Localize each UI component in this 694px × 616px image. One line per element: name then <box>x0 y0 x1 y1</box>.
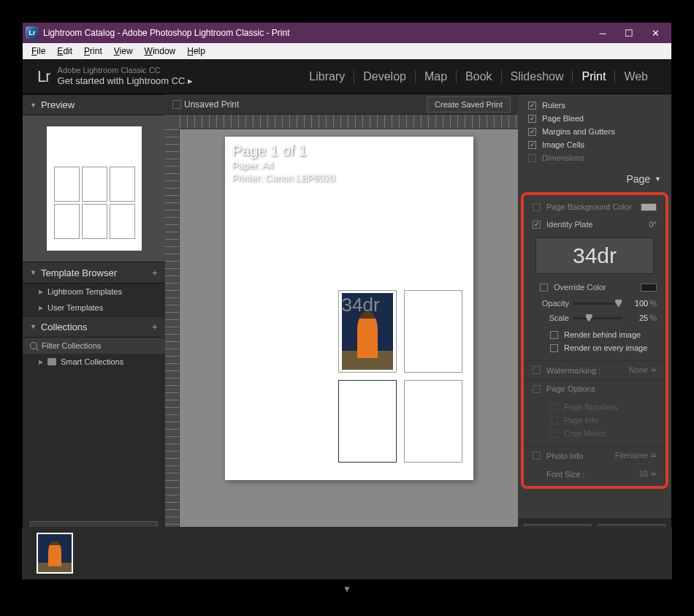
module-web[interactable]: Web <box>615 70 657 83</box>
smart-collections-folder[interactable]: ▶Smart Collections <box>23 354 165 370</box>
guide-dimensions[interactable]: Dimensions <box>528 151 661 164</box>
checkbox-icon <box>528 154 536 162</box>
checkbox-icon <box>550 417 558 425</box>
close-button[interactable]: ✕ <box>642 23 668 42</box>
slider-thumb[interactable] <box>586 314 592 322</box>
menu-file[interactable]: File <box>26 45 51 58</box>
brand-sub[interactable]: Get started with Lightroom CC ▸ <box>58 75 193 87</box>
module-book[interactable]: Book <box>457 70 501 83</box>
page-info-checkbox[interactable]: Page Info <box>550 414 651 427</box>
render-behind-checkbox[interactable]: Render behind image <box>550 328 651 341</box>
slider-thumb[interactable] <box>615 300 622 308</box>
menu-print[interactable]: Print <box>78 45 108 58</box>
page-info-overlay: Page 1 of 1 Paper: A4 Printer: Canon LBP… <box>232 141 335 185</box>
watermark-select[interactable]: None ≑ <box>629 365 657 375</box>
collections-header[interactable]: ▼Collections+ <box>23 316 165 338</box>
module-map[interactable]: Map <box>416 70 457 83</box>
photo-info-row[interactable]: Photo InfoFilename ≑ <box>524 446 666 465</box>
template-folder-label: User Templates <box>47 303 103 312</box>
page-numbers-checkbox[interactable]: Page Numbers <box>550 400 651 414</box>
add-collection-icon[interactable]: + <box>152 321 158 332</box>
page-bg-color-row[interactable]: Page Background Color <box>524 198 666 216</box>
minimize-button[interactable]: ─ <box>590 23 616 42</box>
create-saved-print-button[interactable]: Create Saved Print <box>427 96 511 113</box>
menu-help[interactable]: Help <box>181 45 211 58</box>
app-icon: Lr <box>26 26 39 39</box>
guide-image-cells[interactable]: Image Cells <box>528 138 661 151</box>
print-page[interactable]: Page 1 of 1 Paper: A4 Printer: Canon LBP… <box>225 137 473 480</box>
folder-icon <box>47 358 56 365</box>
menu-view[interactable]: View <box>108 45 139 58</box>
slider-track[interactable] <box>573 317 622 319</box>
checkbox-icon <box>550 344 558 352</box>
module-print[interactable]: Print <box>573 70 615 83</box>
chevron-right-icon: ▶ <box>39 359 43 365</box>
guide-rulers[interactable]: Rulers <box>528 99 661 112</box>
guide-margins[interactable]: Margins and Gutters <box>528 125 661 138</box>
grid-cell[interactable] <box>404 290 462 373</box>
chevron-right-icon: ▶ <box>39 289 43 295</box>
menu-window[interactable]: Window <box>139 45 182 58</box>
guide-page-bleed[interactable]: Page Bleed <box>528 112 661 125</box>
scale-value[interactable]: 25 <box>626 313 648 322</box>
template-browser-header[interactable]: ▼Template Browser+ <box>23 262 165 284</box>
lightroom-templates-folder[interactable]: ▶Lightroom Templates <box>23 284 165 300</box>
preview-label: Preview <box>41 99 75 110</box>
maximize-button[interactable]: ☐ <box>616 23 642 42</box>
slider-track[interactable] <box>573 303 622 305</box>
checkbox-icon <box>533 221 541 229</box>
chevron-right-icon: ▶ <box>39 305 43 311</box>
template-browser-label: Template Browser <box>41 267 117 278</box>
chevron-down-icon: ▼ <box>30 323 37 330</box>
soft-proof-checkbox[interactable] <box>172 100 181 109</box>
module-library[interactable]: Library <box>300 70 354 83</box>
watermarking-row[interactable]: Watermarking :None ≑ <box>524 360 666 379</box>
checkbox-icon <box>540 284 548 292</box>
color-swatch[interactable] <box>641 284 657 292</box>
filter-collections-input[interactable]: Filter Collections <box>23 338 165 354</box>
opacity-slider[interactable]: Opacity100% <box>524 296 666 311</box>
collapse-filmstrip-icon[interactable]: ▼ <box>343 584 351 594</box>
grid-cell[interactable] <box>404 380 462 463</box>
filmstrip[interactable] <box>22 527 672 579</box>
smart-collections-label: Smart Collections <box>61 357 123 366</box>
checkbox-icon <box>528 128 536 136</box>
module-develop[interactable]: Develop <box>354 70 416 83</box>
page-options-row[interactable]: Page Options <box>524 379 666 398</box>
window-title: Lightroom Catalog - Adobe Photoshop Ligh… <box>43 28 590 38</box>
checkbox-icon <box>528 141 536 149</box>
brand-top: Adobe Lightroom Classic CC <box>58 66 193 75</box>
grid-cell[interactable] <box>338 380 397 463</box>
lr-logo: Lr <box>37 67 50 86</box>
checkbox-icon <box>533 366 541 374</box>
checkbox-icon <box>533 385 541 393</box>
canvas-area[interactable]: Page 1 of 1 Paper: A4 Printer: Canon LBP… <box>180 129 518 532</box>
identity-plate-overlay[interactable]: 34dr <box>342 294 380 316</box>
chevron-down-icon: ▼ <box>30 269 37 276</box>
opacity-value[interactable]: 100 <box>626 299 648 308</box>
identity-plate-row[interactable]: Identity Plate0° <box>524 216 666 233</box>
add-template-icon[interactable]: + <box>152 267 158 278</box>
crop-marks-checkbox[interactable]: Crop Marks <box>550 427 651 440</box>
paper-label: Paper: A4 <box>232 160 335 172</box>
checkbox-icon <box>533 203 541 211</box>
checkbox-icon <box>550 430 558 438</box>
search-icon <box>30 342 37 349</box>
user-templates-folder[interactable]: ▶User Templates <box>23 300 165 316</box>
identity-plate-preview[interactable]: 34dr <box>535 237 654 274</box>
scale-slider[interactable]: Scale25% <box>524 311 666 325</box>
preview-page <box>47 126 142 251</box>
color-swatch[interactable] <box>641 203 657 211</box>
filter-collections-placeholder: Filter Collections <box>42 341 101 350</box>
override-color-row[interactable]: Override Color <box>524 278 666 296</box>
module-slideshow[interactable]: Slideshow <box>502 70 573 83</box>
font-size-value[interactable]: 10 ≑ <box>639 469 657 479</box>
filmstrip-thumbnail[interactable] <box>37 533 73 574</box>
photo-info-select[interactable]: Filename ≑ <box>615 451 657 460</box>
page-section-header[interactable]: Page▼ <box>518 169 671 189</box>
render-every-checkbox[interactable]: Render on every image <box>550 341 651 354</box>
font-size-row[interactable]: Font Size :10 ≑ <box>524 465 666 483</box>
preview-panel-header[interactable]: ▼Preview <box>23 94 165 115</box>
menu-edit[interactable]: Edit <box>51 45 78 58</box>
identity-angle[interactable]: 0° <box>649 220 657 229</box>
